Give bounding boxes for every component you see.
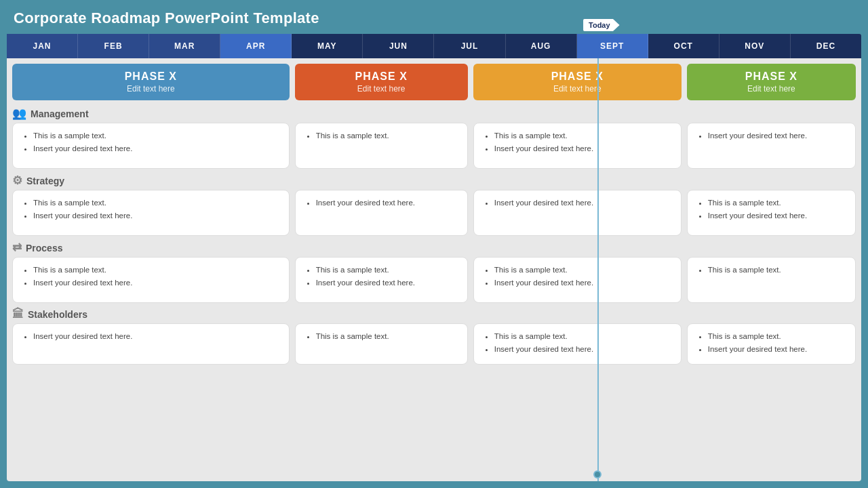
management-cards: This is a sample text.Insert your desire…	[12, 123, 856, 169]
process-card-1: This is a sample text.Insert your desire…	[12, 257, 290, 303]
management-card-2: This is a sample text.	[295, 123, 468, 169]
month-may: MAY	[292, 34, 363, 58]
phase-block-3[interactable]: PHASE X Edit text here	[473, 64, 682, 100]
process-section: ⇄ Process This is a sample text.Insert y…	[7, 237, 861, 304]
month-apr: APR	[220, 34, 292, 58]
strategy-header: ⚙ Strategy	[12, 171, 856, 190]
content-area: PHASE X Edit text here PHASE X Edit text…	[7, 58, 861, 481]
strategy-card-1: This is a sample text.Insert your desire…	[12, 190, 290, 236]
process-icon: ⇄	[12, 241, 22, 255]
management-header: 👥 Management	[12, 104, 856, 123]
process-card-2: This is a sample text.Insert your desire…	[295, 257, 468, 303]
management-section: 👥 Management This is a sample text.Inser…	[7, 103, 861, 170]
month-jan: JAN	[7, 34, 78, 58]
management-icon: 👥	[12, 106, 26, 121]
month-jul: JUL	[434, 34, 505, 58]
stakeholders-card-2: This is a sample text.	[295, 323, 468, 365]
process-card-4: This is a sample text.	[687, 257, 856, 303]
stakeholders-card-1: Insert your desired text here.	[12, 323, 290, 365]
strategy-card-4: This is a sample text.Insert your desire…	[687, 190, 856, 236]
process-cards: This is a sample text.Insert your desire…	[12, 257, 856, 303]
strategy-cards: This is a sample text.Insert your desire…	[12, 190, 856, 236]
main-container: Corporate Roadmap PowerPoint Template To…	[0, 0, 868, 488]
phase-row: PHASE X Edit text here PHASE X Edit text…	[7, 58, 861, 103]
month-oct: OCT	[648, 34, 719, 58]
month-dec: DEC	[791, 34, 861, 58]
month-jun: JUN	[363, 34, 434, 58]
strategy-icon: ⚙	[12, 174, 22, 188]
phase-block-2[interactable]: PHASE X Edit text here	[295, 64, 468, 100]
stakeholders-section: 🏛 Stakeholders Insert your desired text …	[7, 304, 861, 366]
process-header: ⇄ Process	[12, 239, 856, 257]
month-nov: NOV	[719, 34, 791, 58]
month-aug: AUG	[506, 34, 577, 58]
management-card-3: This is a sample text.Insert your desire…	[473, 123, 682, 169]
stakeholders-card-4: This is a sample text.Insert your desire…	[687, 323, 856, 365]
management-card-4: Insert your desired text here.	[687, 123, 856, 169]
today-flag-label: Today	[583, 19, 620, 31]
month-sept: SEPT	[577, 34, 648, 58]
page-title: Corporate Roadmap PowerPoint Template	[0, 0, 868, 34]
strategy-card-3: Insert your desired text here.	[473, 190, 682, 236]
timeline-header: JAN FEB MAR APR MAY JUN JUL AUG SEPT OCT…	[7, 34, 861, 58]
stakeholders-card-3: This is a sample text.Insert your desire…	[473, 323, 682, 365]
stakeholders-cards: Insert your desired text here. This is a…	[12, 323, 856, 365]
phase-block-1[interactable]: PHASE X Edit text here	[12, 64, 290, 100]
stakeholders-header: 🏛 Stakeholders	[12, 306, 856, 323]
process-card-3: This is a sample text.Insert your desire…	[473, 257, 682, 303]
today-flag: Today	[583, 19, 620, 31]
month-feb: FEB	[78, 34, 149, 58]
strategy-section: ⚙ Strategy This is a sample text.Insert …	[7, 170, 861, 237]
today-pin	[593, 470, 601, 479]
month-mar: MAR	[149, 34, 220, 58]
strategy-card-2: Insert your desired text here.	[295, 190, 468, 236]
stakeholders-icon: 🏛	[12, 308, 24, 321]
today-line	[597, 58, 599, 481]
phase-block-4[interactable]: PHASE X Edit text here	[687, 64, 856, 100]
management-card-1: This is a sample text.Insert your desire…	[12, 123, 290, 169]
